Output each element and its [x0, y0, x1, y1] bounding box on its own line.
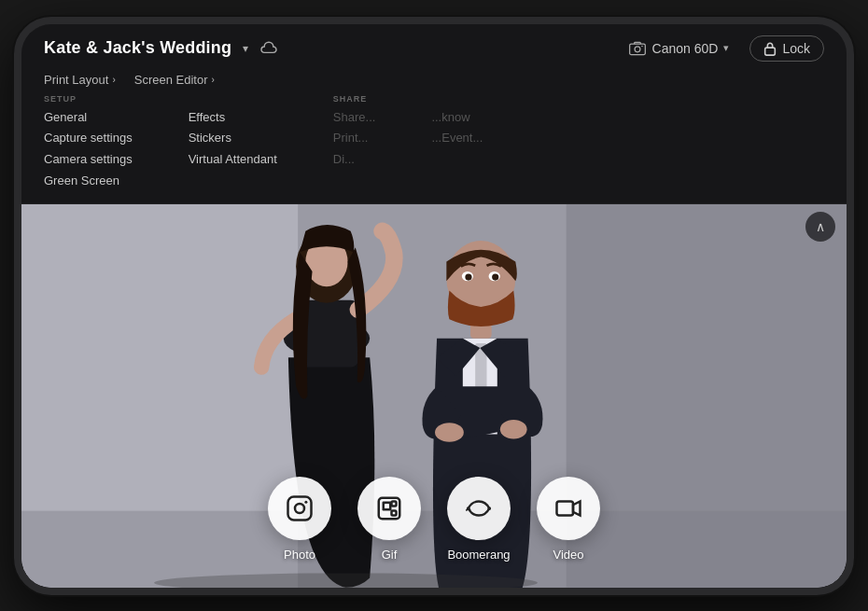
- svg-rect-33: [557, 501, 574, 515]
- menu-section-effects: SETUP Effects Stickers Virtual Attendant: [189, 94, 277, 192]
- navbar: Kate & Jack's Wedding ▾ Canon 6: [21, 24, 847, 73]
- camera-name-label: Canon 60D: [652, 41, 719, 56]
- share-section-label: SHARE: [333, 94, 376, 104]
- photo-icon: [286, 494, 314, 522]
- svg-rect-30: [392, 510, 397, 515]
- svg-rect-0: [629, 44, 645, 55]
- video-circle[interactable]: [537, 477, 600, 540]
- photo-background: ∧ Photo: [21, 204, 847, 588]
- svg-point-21: [492, 273, 498, 280]
- svg-rect-28: [385, 504, 389, 508]
- gif-label: Gif: [382, 548, 398, 562]
- main-content: ∧ Photo: [21, 204, 847, 588]
- cloud-sync-icon[interactable]: [259, 39, 278, 58]
- menu-item-share[interactable]: Share...: [333, 107, 376, 129]
- camera-chevron-icon: ▾: [723, 42, 729, 54]
- capture-mode-video[interactable]: Video: [537, 477, 600, 562]
- project-dropdown-icon[interactable]: ▾: [243, 42, 248, 55]
- camera-settings-icon: [628, 39, 647, 58]
- setup-section-label: SETUP: [44, 94, 133, 104]
- print-layout-link[interactable]: Print Layout ›: [44, 73, 116, 87]
- photo-circle[interactable]: [268, 477, 331, 540]
- gif-icon: [375, 494, 403, 522]
- gif-circle[interactable]: [357, 477, 421, 540]
- menu-item-effects[interactable]: Effects: [189, 107, 277, 129]
- menu-item-display[interactable]: Di...: [333, 149, 376, 171]
- menu-item-capture-settings[interactable]: Capture settings: [44, 128, 133, 149]
- menu-item-know[interactable]: ...know: [431, 107, 483, 129]
- menu-item-event[interactable]: ...Event...: [431, 128, 483, 149]
- menu-item-stickers[interactable]: Stickers: [189, 128, 277, 149]
- photo-label: Photo: [284, 548, 315, 562]
- device-frame: Kate & Jack's Wedding ▾ Canon 6: [14, 17, 854, 595]
- boomerang-icon: [465, 494, 493, 522]
- svg-point-1: [635, 46, 640, 51]
- boomerang-circle[interactable]: [447, 477, 511, 540]
- capture-mode-gif[interactable]: Gif: [357, 477, 421, 562]
- menubar-top-links: Print Layout › Screen Editor ›: [44, 73, 824, 87]
- collapse-icon: ∧: [816, 219, 825, 234]
- menubar: Print Layout › Screen Editor › SETUP Gen…: [21, 73, 847, 204]
- collapse-button[interactable]: ∧: [805, 212, 835, 242]
- menu-item-green-screen[interactable]: Green Screen: [44, 171, 133, 192]
- svg-rect-29: [392, 501, 397, 506]
- capture-mode-boomerang[interactable]: Boomerang: [447, 477, 511, 562]
- boomerang-label: Boomerang: [447, 548, 510, 562]
- lock-label: Lock: [782, 41, 810, 56]
- svg-point-25: [304, 500, 307, 503]
- capture-modes: Photo Gif: [268, 477, 600, 562]
- svg-point-15: [500, 420, 527, 439]
- svg-point-32: [487, 507, 491, 510]
- svg-point-2: [641, 45, 643, 47]
- svg-point-20: [465, 273, 471, 280]
- lock-icon: [763, 41, 777, 56]
- menu-item-camera-settings[interactable]: Camera settings: [44, 149, 133, 171]
- menu-section-share: SHARE Share... Print... Di...: [333, 94, 376, 192]
- camera-selector[interactable]: Canon 60D ▾: [621, 35, 737, 62]
- svg-point-24: [295, 504, 304, 513]
- menubar-sections: SETUP General Capture settings Camera se…: [44, 94, 824, 192]
- capture-mode-photo[interactable]: Photo: [268, 477, 331, 562]
- menu-item-virtual-attendant[interactable]: Virtual Attendant: [189, 149, 277, 171]
- screen-editor-link[interactable]: Screen Editor ›: [134, 73, 215, 87]
- video-label: Video: [553, 548, 583, 562]
- navbar-left: Kate & Jack's Wedding ▾: [44, 38, 278, 58]
- menu-item-general[interactable]: General: [44, 107, 133, 129]
- svg-point-14: [435, 423, 464, 442]
- video-icon: [554, 494, 582, 522]
- project-title: Kate & Jack's Wedding: [44, 38, 231, 58]
- app-container: Kate & Jack's Wedding ▾ Canon 6: [21, 24, 847, 588]
- lock-button[interactable]: Lock: [749, 35, 824, 62]
- svg-rect-23: [288, 496, 312, 520]
- menu-section-setup: SETUP General Capture settings Camera se…: [44, 94, 133, 192]
- svg-rect-3: [765, 48, 776, 55]
- navbar-right: Canon 60D ▾ Lock: [621, 35, 824, 62]
- menu-item-print[interactable]: Print...: [333, 128, 376, 149]
- menu-section-share-sub: SHARE ...know ...Event...: [431, 94, 483, 192]
